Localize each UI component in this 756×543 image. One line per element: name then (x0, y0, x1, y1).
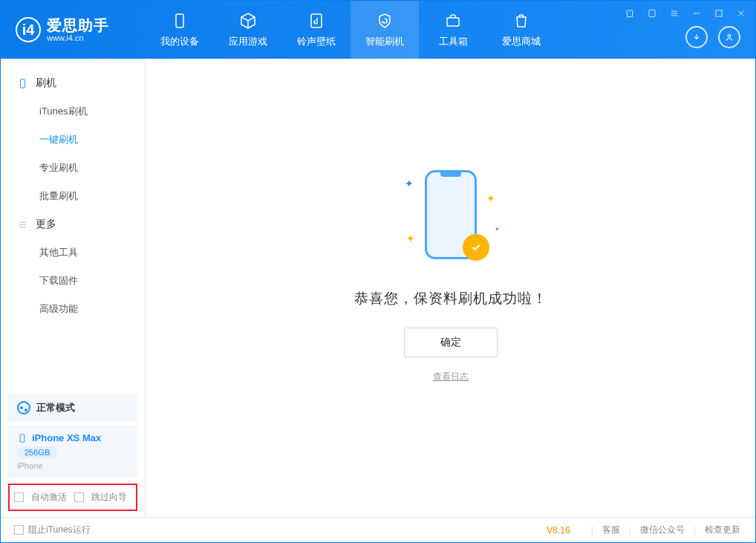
list-icon (17, 219, 28, 230)
app-url: www.i4.cn (47, 33, 109, 42)
checkmark-badge-icon (463, 234, 489, 261)
footer-link-wechat[interactable]: 微信公众号 (639, 524, 686, 536)
shop-icon (512, 11, 531, 30)
nav-tab-apps[interactable]: 应用游戏 (214, 1, 282, 59)
sidebar-item-batch-flash[interactable]: 批量刷机 (1, 182, 145, 210)
body: 刷机 iTunes刷机 一键刷机 专业刷机 批量刷机 更多 其他工具 下载固件 … (1, 59, 755, 517)
success-illustration: ✦✦✦✦ (384, 163, 518, 274)
svg-rect-1 (311, 14, 322, 27)
nav-tab-shop[interactable]: 爱思商城 (487, 1, 555, 59)
highlighted-checkboxes: 自动激活 跳过向导 (8, 484, 137, 511)
feedback-icon[interactable] (644, 5, 660, 22)
skin-icon[interactable] (622, 5, 638, 22)
svg-rect-3 (649, 10, 655, 16)
svg-rect-7 (20, 434, 25, 442)
footer-link-update[interactable]: 检查更新 (703, 524, 742, 536)
user-icon[interactable] (718, 26, 740, 48)
svg-rect-0 (176, 14, 183, 27)
music-file-icon (307, 11, 326, 30)
cube-icon (238, 11, 258, 30)
phone-icon (17, 78, 28, 89)
nav-tabs: 我的设备 应用游戏 铃声壁纸 智能刷机 工具箱 爱思商城 (146, 1, 555, 59)
titlebar-controls (622, 5, 749, 22)
sidebar-item-download-firmware[interactable]: 下载固件 (1, 267, 145, 295)
sidebar-item-other-tools[interactable]: 其他工具 (1, 238, 145, 267)
nav-tab-flash[interactable]: 智能刷机 (351, 1, 419, 59)
view-log-link[interactable]: 查看日志 (354, 371, 547, 383)
header: i4 爱思助手 www.i4.cn 我的设备 应用游戏 铃声壁纸 智能刷机 (1, 1, 755, 59)
app-name: 爱思助手 (47, 17, 109, 33)
refresh-shield-icon (375, 11, 394, 30)
svg-rect-2 (447, 18, 459, 26)
menu-icon[interactable] (666, 5, 682, 22)
device-icon (170, 11, 189, 30)
nav-tab-ringtones[interactable]: 铃声壁纸 (282, 1, 351, 59)
logo-icon: i4 (16, 17, 41, 42)
app-window: i4 爱思助手 www.i4.cn 我的设备 应用游戏 铃声壁纸 智能刷机 (0, 0, 756, 543)
success-message: 恭喜您，保资料刷机成功啦！ (354, 289, 547, 308)
device-small-icon (17, 433, 27, 443)
close-icon[interactable] (733, 5, 749, 22)
logo: i4 爱思助手 www.i4.cn (1, 17, 146, 42)
sidebar-item-advanced[interactable]: 高级功能 (1, 295, 145, 323)
version-label: V8.16 (547, 525, 570, 536)
maximize-icon[interactable] (711, 5, 727, 22)
nav-tab-device[interactable]: 我的设备 (146, 1, 214, 59)
success-block: ✦✦✦✦ 恭喜您，保资料刷机成功啦！ 确定 查看日志 (354, 163, 547, 383)
footer-link-support[interactable]: 客服 (601, 524, 622, 536)
sidebar-group-flash: 刷机 (1, 69, 145, 97)
main-content: ✦✦✦✦ 恭喜您，保资料刷机成功啦！ 确定 查看日志 (146, 59, 755, 517)
svg-rect-6 (20, 79, 25, 87)
svg-point-5 (728, 35, 731, 38)
checkbox-block-itunes[interactable] (14, 525, 24, 535)
sidebar: 刷机 iTunes刷机 一键刷机 专业刷机 批量刷机 更多 其他工具 下载固件 … (1, 59, 146, 517)
checkbox-skip-guide[interactable] (74, 492, 84, 502)
ok-button[interactable]: 确定 (404, 328, 498, 357)
sidebar-item-itunes-flash[interactable]: iTunes刷机 (1, 97, 145, 126)
sidebar-item-onekey-flash[interactable]: 一键刷机 (1, 126, 145, 154)
nav-tab-toolbox[interactable]: 工具箱 (419, 1, 487, 59)
footer: 阻止iTunes运行 V8.16 | 客服 | 微信公众号 | 检查更新 (1, 517, 755, 542)
storage-badge: 256GB (17, 446, 57, 458)
svg-rect-4 (716, 10, 722, 16)
header-right-icons (685, 26, 740, 48)
mode-icon (17, 401, 30, 414)
sidebar-group-more: 更多 (1, 210, 145, 238)
download-icon[interactable] (685, 26, 708, 48)
minimize-icon[interactable] (688, 5, 705, 22)
checkbox-auto-activate[interactable] (14, 492, 24, 502)
mode-card[interactable]: 正常模式 (8, 394, 137, 422)
device-card[interactable]: iPhone XS Max 256GB iPhone (8, 425, 137, 478)
toolbox-icon (443, 11, 463, 30)
sidebar-item-pro-flash[interactable]: 专业刷机 (1, 154, 145, 182)
